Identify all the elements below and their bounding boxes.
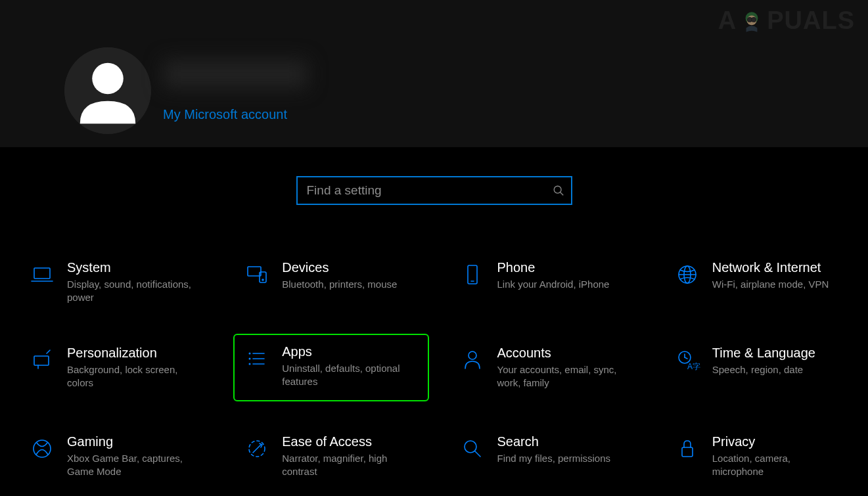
- tile-text: AccountsYour accounts, email, sync, work…: [497, 346, 629, 390]
- person-icon: [459, 347, 486, 373]
- watermark: A PUALS: [718, 7, 855, 35]
- list-icon: [244, 346, 270, 372]
- username-redacted: [163, 60, 308, 89]
- magnify-icon: [459, 436, 486, 462]
- tile-text: PersonalizationBackground, lock screen, …: [67, 346, 198, 390]
- category-tile-apps[interactable]: AppsUninstall, defaults, optional featur…: [233, 334, 428, 402]
- svg-rect-36: [682, 447, 693, 457]
- tile-title: Accounts: [497, 346, 629, 361]
- settings-body: SystemDisplay, sound, notifications, pow…: [0, 147, 868, 496]
- tile-description: Location, camera, microphone: [712, 452, 844, 479]
- category-tile-devices[interactable]: DevicesBluetooth, printers, mouse: [233, 252, 428, 313]
- tile-description: Xbox Game Bar, captures, Game Mode: [67, 452, 198, 479]
- svg-text:A字: A字: [687, 362, 700, 371]
- svg-point-2: [748, 17, 752, 22]
- clocklang-icon: A字: [674, 347, 700, 373]
- tile-description: Uninstall, defaults, optional features: [282, 362, 413, 389]
- tile-title: Gaming: [67, 434, 198, 449]
- tile-description: Wi-Fi, airplane mode, VPN: [712, 278, 829, 291]
- category-tile-accounts[interactable]: AccountsYour accounts, email, sync, work…: [449, 338, 644, 402]
- svg-rect-8: [34, 268, 50, 279]
- tile-title: Apps: [282, 344, 413, 359]
- tile-text: GamingXbox Game Bar, captures, Game Mode: [67, 434, 198, 479]
- category-tile-personalization[interactable]: PersonalizationBackground, lock screen, …: [18, 338, 214, 402]
- svg-rect-10: [248, 267, 261, 276]
- phone-icon: [459, 261, 486, 288]
- category-tile-gaming[interactable]: GamingXbox Game Bar, captures, Game Mode: [18, 426, 214, 487]
- category-tile-ease[interactable]: Ease of AccessNarrator, magnifier, high …: [233, 426, 428, 487]
- watermark-text-puals: PUALS: [767, 7, 855, 35]
- tile-text: PhoneLink your Android, iPhone: [497, 260, 610, 291]
- search-wrap: [296, 176, 572, 205]
- svg-point-12: [262, 279, 263, 281]
- tile-description: Bluetooth, printers, mouse: [282, 278, 397, 291]
- tile-text: SearchFind my files, permissions: [497, 434, 611, 465]
- svg-point-5: [92, 63, 124, 95]
- tile-title: Personalization: [67, 346, 198, 361]
- tile-text: PrivacyLocation, camera, microphone: [712, 434, 844, 479]
- tile-text: Time & LanguageSpeech, region, date: [712, 346, 815, 376]
- tile-description: Narrator, magnifier, high contrast: [282, 452, 413, 479]
- tile-text: AppsUninstall, defaults, optional featur…: [282, 344, 413, 389]
- my-microsoft-account-link[interactable]: My Microsoft account: [163, 107, 308, 122]
- tile-text: Network & InternetWi-Fi, airplane mode, …: [712, 260, 829, 291]
- profile-text: My Microsoft account: [163, 60, 308, 122]
- xbox-icon: [29, 436, 55, 462]
- svg-point-3: [752, 17, 756, 22]
- lock-icon: [674, 436, 700, 462]
- svg-line-35: [475, 451, 480, 457]
- watermark-logo-icon: [738, 7, 765, 35]
- tile-title: Search: [497, 434, 611, 449]
- tile-text: Ease of AccessNarrator, magnifier, high …: [282, 434, 413, 479]
- category-tile-system[interactable]: SystemDisplay, sound, notifications, pow…: [18, 252, 214, 313]
- category-tile-search[interactable]: SearchFind my files, permissions: [449, 426, 644, 487]
- tile-title: Privacy: [712, 434, 844, 449]
- svg-point-34: [465, 441, 476, 453]
- settings-header: A PUALS My Microsoft account: [0, 0, 868, 147]
- tile-description: Your accounts, email, sync, work, family: [497, 363, 629, 390]
- watermark-text-a: A: [718, 7, 737, 35]
- tile-description: Background, lock screen, colors: [67, 363, 198, 390]
- tile-title: Phone: [497, 260, 610, 275]
- tile-description: Speech, region, date: [712, 363, 815, 376]
- svg-line-19: [47, 350, 50, 353]
- svg-rect-18: [34, 356, 49, 365]
- category-tile-time[interactable]: A字Time & LanguageSpeech, region, date: [664, 338, 859, 402]
- tile-description: Find my files, permissions: [497, 452, 611, 465]
- category-tile-phone[interactable]: PhoneLink your Android, iPhone: [449, 252, 644, 313]
- search-input[interactable]: [296, 176, 572, 205]
- avatar-icon: [64, 47, 151, 134]
- devices-icon: [244, 261, 270, 288]
- tile-title: Time & Language: [712, 346, 815, 361]
- paint-icon: [29, 347, 55, 373]
- profile-area: My Microsoft account: [64, 47, 308, 134]
- ease-icon: [244, 436, 270, 462]
- avatar[interactable]: [64, 47, 151, 134]
- category-tile-network[interactable]: Network & InternetWi-Fi, airplane mode, …: [664, 252, 859, 313]
- settings-category-grid: SystemDisplay, sound, notifications, pow…: [18, 252, 859, 487]
- tile-text: SystemDisplay, sound, notifications, pow…: [67, 260, 198, 305]
- globe-icon: [674, 261, 700, 288]
- category-tile-privacy[interactable]: PrivacyLocation, camera, microphone: [664, 426, 859, 487]
- tile-text: DevicesBluetooth, printers, mouse: [282, 260, 397, 291]
- tile-title: Devices: [282, 260, 397, 275]
- tile-description: Link your Android, iPhone: [497, 278, 610, 291]
- laptop-icon: [29, 261, 55, 288]
- tile-description: Display, sound, notifications, power: [67, 278, 198, 305]
- tile-title: Network & Internet: [712, 260, 829, 275]
- tile-title: System: [67, 260, 198, 275]
- svg-point-27: [468, 351, 476, 359]
- tile-title: Ease of Access: [282, 434, 413, 449]
- svg-line-30: [685, 357, 687, 359]
